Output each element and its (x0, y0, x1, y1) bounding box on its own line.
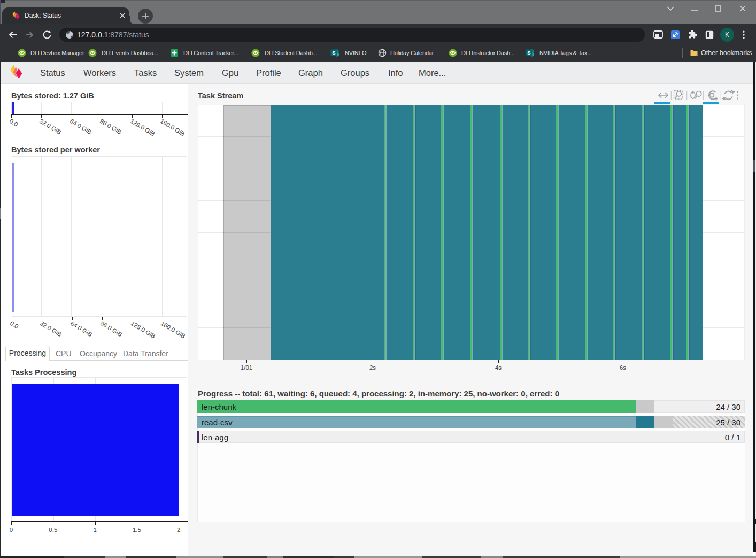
svg-text:S: S (527, 50, 530, 56)
svg-text:S: S (332, 50, 335, 56)
